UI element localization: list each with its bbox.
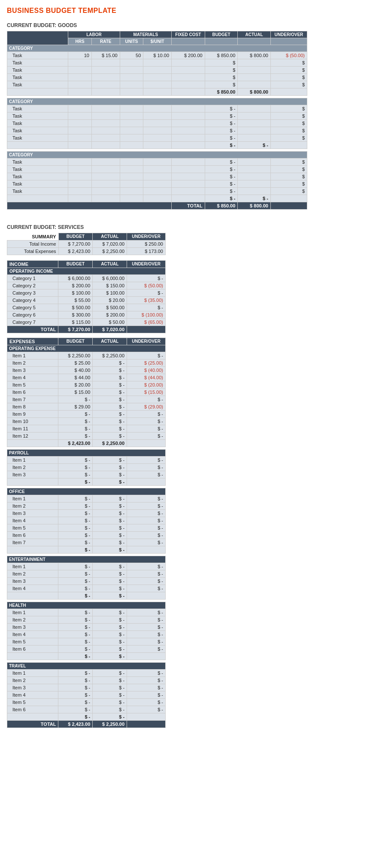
task-rate: [91, 59, 120, 67]
expense-section-header: OPERATING EXPENSE: [7, 345, 166, 352]
expense-item-label: Item 2: [7, 570, 58, 577]
task-actual: [238, 120, 271, 127]
expense-item-actual: $ -: [93, 509, 127, 517]
expense-item-actual: $ -: [93, 502, 127, 509]
subtotal-empty4: [120, 88, 143, 96]
income-row-uo: $ (100.00): [127, 311, 166, 318]
goods-subtotal-row: $ - $ -: [7, 195, 307, 202]
expense-item-uo: $ -: [127, 410, 166, 417]
expense-item-label: Item 3: [7, 623, 58, 630]
expense-item-actual: $ -: [93, 531, 127, 539]
task-budget: $ 850.00: [205, 52, 238, 59]
task-hrs: [68, 67, 92, 74]
task-uo: $: [270, 158, 307, 166]
expense-subtotal-row: $ - $ -: [7, 652, 166, 660]
expense-row: Item 2 $ 25.00 $ - $ (25.00): [7, 359, 166, 366]
task-label: Task: [7, 67, 68, 74]
goods-section-title: CURRENT BUDGET: GOODS: [7, 22, 381, 28]
expense-item-uo: $ -: [127, 432, 166, 439]
expense-row: Item 6 $ - $ - $ -: [7, 645, 166, 652]
expense-row: Item 3 $ - $ - $ -: [7, 684, 166, 691]
expense-item-uo: $ -: [127, 676, 166, 684]
expense-item-budget: $ -: [58, 495, 93, 502]
expense-item-label: Item 5: [7, 524, 58, 531]
exp-sub-uo: [127, 439, 166, 447]
expense-item-actual: $ -: [93, 374, 127, 381]
expense-item-budget: $ -: [58, 517, 93, 524]
task-label: Task: [7, 105, 68, 113]
income-row-budget: $ 55.00: [58, 296, 93, 304]
expense-item-label: Item 4: [7, 374, 58, 381]
summary-row: Total Income $ 7,270.00 $ 7,020.00 $ 250…: [7, 240, 166, 247]
subtotal-uo: [270, 195, 307, 202]
expense-item-label: Item 1: [7, 609, 58, 616]
expense-row: Item 1 $ - $ - $ -: [7, 456, 166, 463]
expense-item-label: Item 3: [7, 471, 58, 478]
income-row: Category 3 $ 100.00 $ 100.00 $ -: [7, 289, 166, 296]
expense-item-uo: $ -: [127, 585, 166, 592]
subtotal-empty6: [172, 195, 205, 202]
goods-task-row: Task $ - $: [7, 113, 307, 120]
expense-item-uo: $ -: [127, 509, 166, 517]
task-actual: [238, 134, 271, 142]
task-label: Task: [7, 52, 68, 59]
exp-sub-uo: [127, 713, 166, 720]
exp-sub-budget: $ -: [58, 478, 93, 485]
expense-row: Item 7 $ - $ - $ -: [7, 539, 166, 546]
task-rate: [91, 81, 120, 88]
expense-row: Item 6 $ - $ - $ -: [7, 706, 166, 713]
task-actual: [238, 67, 271, 74]
expense-item-actual: $ -: [93, 638, 127, 645]
expense-row: Item 4 $ - $ - $ -: [7, 630, 166, 638]
exp-sub-budget: $ 2,423.00: [58, 439, 93, 447]
goods-sub-actual2: [238, 38, 271, 45]
expense-item-actual: $ -: [93, 570, 127, 577]
expense-row: Item 5 $ - $ - $ -: [7, 698, 166, 706]
expense-subtotal-row: $ - $ -: [7, 592, 166, 599]
expense-subtotal-row: $ - $ -: [7, 713, 166, 720]
task-hrs: [68, 59, 92, 67]
expense-item-label: Item 4: [7, 630, 58, 638]
expense-item-budget: $ -: [58, 396, 93, 403]
expense-item-actual: $ -: [93, 609, 127, 616]
task-fixed: [172, 74, 205, 81]
task-actual: [238, 74, 271, 81]
goods-total-row: TOTAL $ 850.00 $ 800.00: [7, 202, 307, 210]
subtotal-empty1: [7, 195, 68, 202]
expenses-col-uo: UNDER/OVER: [127, 338, 166, 345]
income-row-uo: $ (65.00): [127, 318, 166, 326]
task-fixed: [172, 105, 205, 113]
income-row: Category 6 $ 300.00 $ 200.00 $ (100.00): [7, 311, 166, 318]
goods-sub-hrs: HRS: [68, 38, 92, 45]
expense-item-uo: $ -: [127, 638, 166, 645]
subtotal-budget: $ -: [205, 195, 238, 202]
income-row-uo: $ (50.00): [127, 282, 166, 289]
expense-item-actual: $ -: [93, 645, 127, 652]
expense-item-budget: $ -: [58, 524, 93, 531]
expense-row: Item 2 $ - $ - $ -: [7, 570, 166, 577]
exp-sub-empty: [7, 546, 58, 553]
summary-row-actual: $ 2,250.00: [93, 247, 127, 255]
task-units: [120, 127, 143, 134]
summary-row-budget: $ 2,423.00: [58, 247, 93, 255]
exp-sub-empty: [7, 592, 58, 599]
task-unitcost: [143, 113, 172, 120]
subtotal-empty5: [143, 142, 172, 149]
income-row-uo: $ -: [127, 274, 166, 282]
expense-item-label: Item 4: [7, 517, 58, 524]
task-hrs: [68, 134, 92, 142]
expense-item-actual: $ -: [93, 381, 127, 388]
task-fixed: [172, 81, 205, 88]
expense-row: Item 4 $ 44.00 $ - $ (44.00): [7, 374, 166, 381]
exp-sub-budget: $ -: [58, 713, 93, 720]
task-fixed: [172, 180, 205, 188]
subtotal-empty3: [91, 195, 120, 202]
task-budget: $: [205, 74, 238, 81]
exp-sub-uo: [127, 546, 166, 553]
expense-item-label: Item 2: [7, 463, 58, 471]
exp-sub-empty: [7, 478, 58, 485]
subtotal-budget: $ 850.00: [205, 88, 238, 96]
goods-task-row: Task $ - $: [7, 180, 307, 188]
task-budget: $: [205, 59, 238, 67]
task-uo: $: [270, 67, 307, 74]
